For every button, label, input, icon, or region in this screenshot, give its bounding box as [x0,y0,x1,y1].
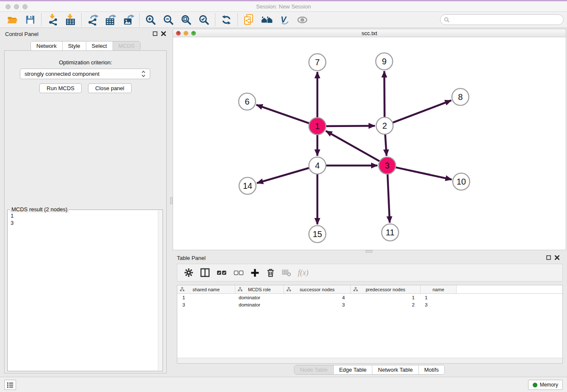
graph-edge-2-9[interactable] [384,71,385,119]
zoom-in-button[interactable] [142,13,160,27]
network-maximize-button[interactable]: + [191,31,196,36]
tab-motifs[interactable]: Motifs [418,365,444,374]
close-panel-button[interactable]: Close panel [88,83,132,93]
export-image-button[interactable] [119,13,137,27]
table-cell[interactable]: 1 [177,294,235,301]
delete-table-button[interactable] [282,268,291,277]
import-network-button[interactable] [44,13,61,27]
graph-edge-2-8[interactable] [391,100,451,123]
memory-button[interactable]: Memory [528,380,563,390]
global-search[interactable] [440,14,564,25]
graph-edge-1-6[interactable] [256,105,311,124]
graph-edge-4-14[interactable] [257,168,311,183]
zoom-fit-button[interactable] [177,13,195,27]
import-table-button[interactable] [61,13,79,27]
graph-edge-3-1[interactable] [326,131,381,162]
task-history-button[interactable] [4,380,16,390]
node-table[interactable]: shared nameMCDS rolesuccessor nodesprede… [177,285,563,364]
control-panel: Control Panel NetworkStyleSelectMCDS Opt… [1,29,170,376]
tab-mcds[interactable]: MCDS [113,41,140,50]
maximize-window-button[interactable] [22,4,28,9]
table-cell[interactable]: 1 [351,294,421,301]
graph-node-8[interactable]: 8 [452,88,469,105]
mcds-result-text[interactable]: 1 3 [8,211,157,370]
graph-node-9[interactable]: 9 [376,53,393,70]
function-builder-button[interactable]: f(x) [298,268,308,277]
network-canvas[interactable]: 7968124314101511 [173,37,566,250]
node-label: 8 [458,92,462,102]
table-settings-button[interactable] [184,268,193,277]
table-horizontal-scrollbar[interactable] [177,358,562,363]
style-preview-button[interactable]: V [275,13,293,27]
tab-node-table[interactable]: Node Table [295,365,333,374]
graph-edge-1-2[interactable] [325,126,375,126]
graph-edge-3-11[interactable] [388,173,390,223]
network-minimize-button[interactable]: − [184,31,188,36]
graph-edge-3-10[interactable] [394,167,452,180]
clone-network-button[interactable] [240,13,258,27]
export-table-button[interactable] [102,13,119,27]
zoom-selected-button[interactable] [195,13,213,27]
select-all-columns-button[interactable] [217,269,227,276]
close-panel-icon[interactable] [555,255,559,260]
search-input[interactable] [452,17,560,23]
column-header-predecessor-nodes[interactable]: predecessor nodes [351,285,421,293]
tab-network-table[interactable]: Network Table [372,365,418,374]
graph-node-3[interactable]: 3 [379,157,396,174]
split-columns-button[interactable] [200,268,210,277]
table-cell[interactable]: 2 [351,301,421,308]
graph-node-6[interactable]: 6 [239,93,256,110]
tab-network[interactable]: Network [31,41,62,50]
column-header-name[interactable]: name [421,285,457,293]
optimization-criterion-dropdown[interactable]: strongly connected component [20,69,150,79]
network-close-button[interactable]: ✕ [176,31,181,36]
export-network-icon [87,14,99,25]
run-mcds-button[interactable]: Run MCDS [39,83,82,93]
tab-style[interactable]: Style [62,41,86,50]
table-cell[interactable]: dominator [235,301,284,308]
graph-node-15[interactable]: 15 [309,226,326,243]
graph-node-14[interactable]: 14 [239,177,256,194]
export-network-button[interactable] [84,13,102,27]
save-session-button[interactable] [21,13,39,27]
graph-node-10[interactable]: 10 [453,173,470,190]
graph-node-11[interactable]: 11 [382,224,399,241]
column-header-shared-name[interactable]: shared name [177,285,235,293]
dropdown-stepper-icon [141,70,146,77]
graph-node-7[interactable]: 7 [309,54,326,71]
table-cell[interactable]: 3 [421,301,457,308]
export-table-icon [105,14,116,25]
table-cell[interactable]: 3 [284,301,351,308]
table-row[interactable]: 1dominator411 [177,294,562,301]
table-row[interactable]: 3dominator323 [177,301,562,308]
table-cell[interactable]: dominator [235,294,284,301]
show-hide-button[interactable] [293,13,311,27]
deselect-all-columns-button[interactable] [234,269,244,276]
table-cell[interactable]: 4 [284,294,351,301]
close-window-button[interactable] [6,4,11,9]
open-session-button[interactable] [3,13,21,27]
delete-column-button[interactable] [266,268,275,277]
column-header-successor-nodes[interactable]: successor nodes [284,285,351,293]
minimize-window-button[interactable] [14,4,19,9]
tab-edge-table[interactable]: Edge Table [333,365,372,374]
network-graph[interactable]: 7968124314101511 [173,37,566,250]
add-column-button[interactable] [250,268,259,277]
tab-select[interactable]: Select [86,41,113,50]
float-panel-icon[interactable] [153,31,157,36]
graph-edge-2-3[interactable] [385,133,386,156]
graph-node-1[interactable]: 1 [309,118,326,135]
refresh-view-button[interactable] [217,13,235,27]
close-panel-icon[interactable] [161,31,166,36]
float-panel-icon[interactable] [546,255,551,260]
table-cell[interactable]: 3 [177,301,235,308]
home-layout-button[interactable] [258,13,275,27]
table-cell[interactable]: 1 [421,294,457,301]
graph-node-4[interactable]: 4 [309,157,326,174]
network-window-titlebar: ✕ − + scc.txt [173,29,566,37]
window-traffic-lights[interactable] [6,4,28,9]
graph-node-2[interactable]: 2 [376,117,393,134]
column-header-MCDS-role[interactable]: MCDS role [235,285,284,293]
result-scrollbar[interactable] [158,210,162,370]
zoom-out-button[interactable] [160,13,177,27]
